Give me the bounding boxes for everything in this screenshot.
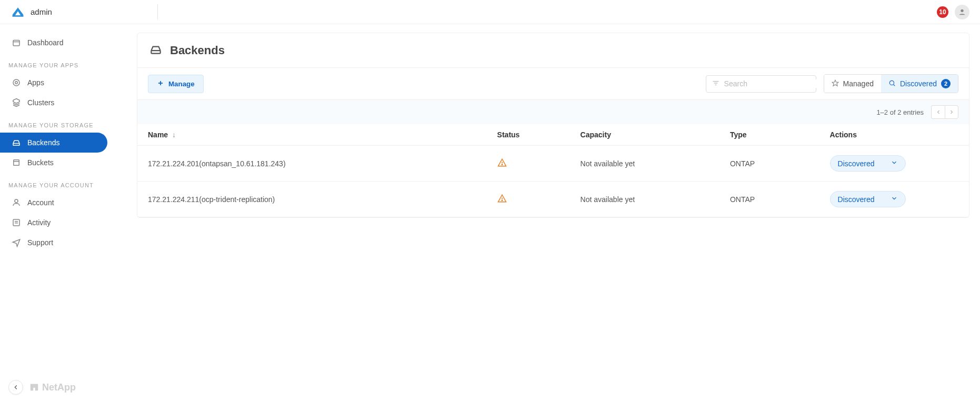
svg-line-20 <box>893 84 895 86</box>
svg-point-1 <box>961 9 963 12</box>
cell-status <box>487 182 570 217</box>
seg-discovered-label: Discovered <box>900 79 937 88</box>
table-row[interactable]: 172.21.224.201(ontapsan_10.61.181.243) N… <box>137 146 969 182</box>
cell-capacity: Not available yet <box>570 182 719 217</box>
sidebar-footer: NetApp <box>0 373 126 402</box>
action-dropdown[interactable]: Discovered <box>830 191 906 207</box>
app-logo-icon <box>11 5 25 19</box>
search-input[interactable] <box>724 79 816 88</box>
seg-discovered[interactable]: Discovered 2 <box>881 75 958 93</box>
col-type[interactable]: Type <box>719 124 819 146</box>
svg-point-2 <box>13 79 19 86</box>
layout: Dashboard MANAGE YOUR APPS Apps Clusters… <box>0 24 980 402</box>
pager <box>931 105 958 119</box>
pagination-row: 1–2 of 2 entries <box>137 99 969 124</box>
sidebar-item-activity[interactable]: Activity <box>0 213 107 233</box>
svg-rect-4 <box>14 160 19 166</box>
sidebar-item-label: Support <box>27 238 53 247</box>
topbar-divider <box>157 4 158 20</box>
topbar: admin 10 <box>0 0 980 24</box>
apps-icon <box>12 78 21 87</box>
chevron-down-icon <box>891 159 898 168</box>
warning-icon <box>497 160 507 169</box>
sidebar-section-storage: MANAGE YOUR STORAGE <box>0 113 126 133</box>
col-status[interactable]: Status <box>487 124 570 146</box>
sidebar-item-account[interactable]: Account <box>0 193 107 213</box>
action-dropdown[interactable]: Discovered <box>830 155 906 172</box>
sidebar-item-label: Buckets <box>27 158 54 167</box>
support-icon <box>12 238 21 247</box>
cell-actions: Discovered <box>819 182 969 217</box>
svg-point-22 <box>502 164 503 165</box>
sidebar-item-label: Activity <box>27 218 51 227</box>
cell-type: ONTAP <box>719 182 819 217</box>
backends-table: Name ↓ Status Capacity Type Actions 172.… <box>137 124 969 217</box>
svg-point-24 <box>502 200 503 201</box>
account-icon <box>12 198 21 207</box>
sidebar-item-apps[interactable]: Apps <box>0 73 107 93</box>
buckets-icon <box>12 158 21 167</box>
sidebar-item-support[interactable]: Support <box>0 233 107 253</box>
sort-arrow-icon: ↓ <box>172 130 176 139</box>
sidebar-section-apps: MANAGE YOUR APPS <box>0 53 126 73</box>
dashboard-icon <box>12 38 21 47</box>
svg-rect-10 <box>31 384 33 391</box>
cell-name: 172.21.224.201(ontapsan_10.61.181.243) <box>137 146 487 182</box>
search-box[interactable] <box>706 75 816 93</box>
activity-icon <box>12 218 21 227</box>
sidebar-item-label: Apps <box>27 78 44 87</box>
backends-panel: Backends Manage <box>137 33 969 218</box>
toolbar-right: Managed Discovered 2 <box>706 74 958 93</box>
page-prev-button[interactable] <box>931 105 945 119</box>
toolbar: Manage Man <box>137 67 969 99</box>
action-label: Discovered <box>838 159 875 168</box>
sidebar-item-clusters[interactable]: Clusters <box>0 93 107 113</box>
col-capacity[interactable]: Capacity <box>570 124 719 146</box>
table-header-row: Name ↓ Status Capacity Type Actions <box>137 124 969 146</box>
page-next-button[interactable] <box>945 105 958 119</box>
vendor-logo: NetApp <box>29 382 76 393</box>
sidebar-item-label: Dashboard <box>27 38 64 47</box>
page-title: Backends <box>170 44 225 57</box>
svg-point-3 <box>15 82 18 84</box>
manage-button[interactable]: Manage <box>148 75 204 93</box>
panel-header: Backends <box>137 33 969 67</box>
sidebar-item-label: Account <box>27 198 54 207</box>
collapse-sidebar-button[interactable] <box>8 380 23 395</box>
col-name[interactable]: Name ↓ <box>137 124 487 146</box>
svg-point-6 <box>15 199 18 203</box>
action-label: Discovered <box>838 195 875 204</box>
manage-button-label: Manage <box>168 80 195 88</box>
svg-rect-11 <box>35 384 38 391</box>
sidebar-item-label: Clusters <box>27 98 54 107</box>
discovered-count-badge: 2 <box>941 79 951 88</box>
cell-type: ONTAP <box>719 146 819 182</box>
seg-managed-label: Managed <box>843 79 874 88</box>
col-name-label: Name <box>148 130 168 139</box>
search-icon <box>888 79 896 88</box>
vendor-name: NetApp <box>42 382 76 393</box>
plus-icon <box>157 79 164 88</box>
col-actions[interactable]: Actions <box>819 124 969 146</box>
user-avatar[interactable] <box>955 5 969 19</box>
seg-managed[interactable]: Managed <box>824 75 881 93</box>
current-user: admin <box>31 7 52 16</box>
sidebar-item-backends[interactable]: Backends <box>0 133 107 153</box>
cell-actions: Discovered <box>819 146 969 182</box>
cell-status <box>487 146 570 182</box>
sidebar-item-label: Backends <box>27 138 59 147</box>
pagination-text: 1–2 of 2 entries <box>876 108 924 116</box>
sidebar-section-account: MANAGE YOUR ACCOUNT <box>0 173 126 193</box>
chevron-down-icon <box>891 195 898 204</box>
svg-point-19 <box>889 81 894 85</box>
clusters-icon <box>12 98 21 107</box>
svg-rect-0 <box>13 15 24 17</box>
topbar-right: 10 <box>937 5 969 19</box>
main: Backends Manage <box>126 24 980 402</box>
notifications-badge[interactable]: 10 <box>937 6 948 18</box>
table-row[interactable]: 172.21.224.211(ocp-trident-replication) … <box>137 182 969 217</box>
sidebar-item-buckets[interactable]: Buckets <box>0 153 107 173</box>
backends-icon <box>12 138 21 147</box>
sidebar-item-dashboard[interactable]: Dashboard <box>0 33 107 53</box>
svg-rect-12 <box>33 384 35 388</box>
